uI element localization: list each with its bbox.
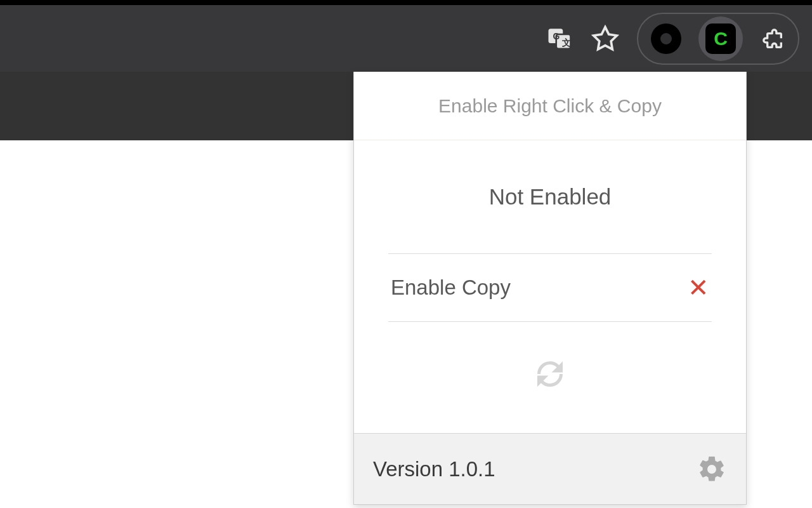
version-label: Version 1.0.1 (373, 457, 495, 481)
refresh-icon[interactable] (531, 355, 569, 393)
status-label: Not Enabled (354, 140, 746, 253)
page-white-area (0, 140, 353, 508)
enable-copy-row[interactable]: Enable Copy ✕ (388, 254, 712, 321)
extensions-puzzle-icon[interactable] (760, 26, 785, 51)
extension-circle-icon[interactable] (651, 23, 681, 54)
svg-text:文: 文 (561, 37, 571, 47)
extension-c-icon[interactable]: C (705, 23, 736, 54)
popup-footer: Version 1.0.1 (354, 433, 746, 504)
svg-text:G: G (553, 30, 560, 41)
popup-title: Enable Right Click & Copy (354, 72, 746, 140)
extension-active-highlight[interactable]: C (698, 17, 743, 61)
browser-toolbar: G 文 C (0, 5, 812, 72)
translate-icon[interactable]: G 文 (546, 25, 573, 53)
refresh-area (354, 322, 746, 433)
enable-copy-label: Enable Copy (391, 276, 511, 300)
status-text: Not Enabled (489, 184, 612, 210)
extensions-pill: C (637, 13, 799, 65)
svg-marker-4 (594, 27, 617, 49)
extension-popup: Enable Right Click & Copy Not Enabled En… (353, 72, 747, 505)
bookmark-star-icon[interactable] (591, 25, 619, 53)
extension-letter: C (714, 28, 728, 50)
gear-icon[interactable] (697, 454, 727, 485)
popup-title-text: Enable Right Click & Copy (438, 95, 662, 117)
top-black-bar (0, 0, 812, 5)
close-x-icon[interactable]: ✕ (688, 275, 709, 300)
popup-body: Not Enabled Enable Copy ✕ (354, 140, 746, 433)
